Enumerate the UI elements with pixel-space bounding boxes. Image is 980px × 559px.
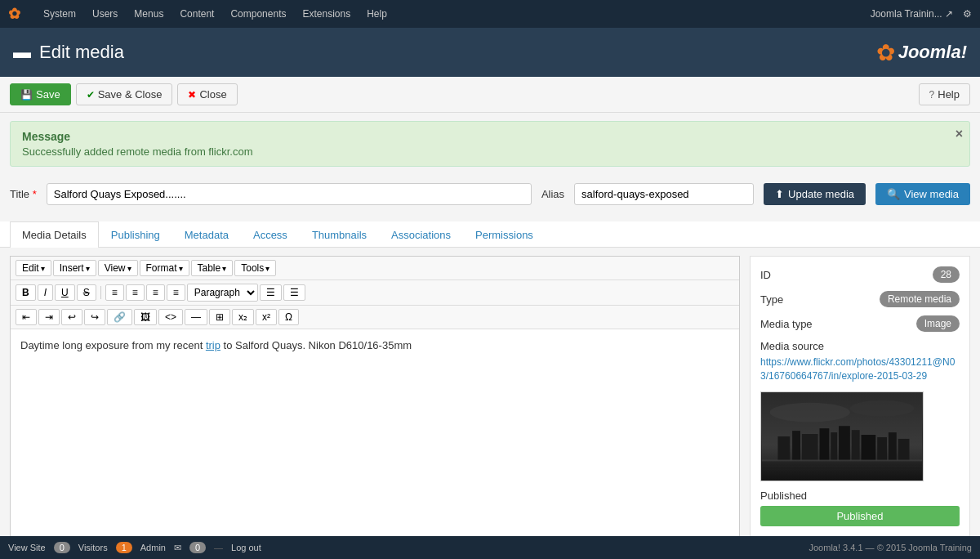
align-justify-button[interactable]: ≡ [167,284,185,301]
align-right-button[interactable]: ≡ [146,284,165,301]
svg-point-1 [770,402,850,422]
editor-menu-table[interactable]: Table ▾ [191,260,234,276]
top-navbar: ✿ System Users Menus Content Components … [0,0,980,28]
logout-link[interactable]: Log out [231,543,261,545]
svg-rect-9 [852,430,860,460]
svg-rect-4 [792,431,800,460]
main-content: Edit ▾ Insert ▾ View ▾ Format ▾ Table ▾ … [0,248,980,545]
subscript-button[interactable]: x₂ [232,309,254,325]
tab-associations[interactable]: Associations [379,221,463,248]
title-row: Title * Alias ⬆ Update media 🔍 View medi… [10,183,970,205]
nav-menus[interactable]: Menus [127,5,170,23]
save-button[interactable]: 💾 Save [10,83,71,105]
svg-rect-7 [831,432,837,460]
alias-label: Alias [541,188,564,200]
tab-permissions[interactable]: Permissions [463,221,546,248]
media-source-link[interactable]: https://www.flickr.com/photos/43301211@N… [760,356,955,382]
help-button[interactable]: ? Help [919,83,970,105]
editor-menu-insert[interactable]: Insert ▾ [53,260,96,276]
media-source-label: Media source [760,340,960,352]
superscript-button[interactable]: x² [256,309,277,325]
help-icon: ? [929,89,935,101]
ordered-list-button[interactable]: ☰ [283,284,305,301]
undo-button[interactable]: ↩ [61,309,82,325]
svg-rect-5 [802,434,818,460]
svg-rect-13 [898,439,910,461]
italic-button[interactable]: I [38,284,53,301]
media-type-label: Media type [760,318,813,330]
mail-badge: 0 [189,542,206,545]
nav-extensions[interactable]: Extensions [296,5,357,23]
svg-rect-6 [820,428,830,460]
search-icon: 🔍 [887,188,900,200]
tabs-bar: Media Details Publishing Metadata Access… [0,221,980,248]
id-row: ID 28 [760,266,960,283]
gear-icon[interactable]: ⚙ [963,8,972,20]
nav-users[interactable]: Users [86,5,124,23]
page-title: Edit media [39,42,124,63]
nav-components[interactable]: Components [224,5,292,23]
link-button[interactable]: 🔗 [107,309,132,325]
tab-publishing[interactable]: Publishing [99,221,172,248]
strikethrough-button[interactable]: S [77,284,96,301]
tab-access[interactable]: Access [241,221,300,248]
editor-tools-row: ⇤ ⇥ ↩ ↪ 🔗 🖼 <> — ⊞ x₂ x² Ω [11,306,739,329]
user-label[interactable]: Joomla Trainin... ↗ [871,8,953,20]
mail-icon: ✉ [174,543,181,545]
paragraph-dropdown[interactable]: Paragraph [187,284,258,302]
tab-metadata[interactable]: Metadata [172,221,241,248]
table-insert-button[interactable]: ⊞ [209,309,230,325]
redo-button[interactable]: ↪ [84,309,105,325]
close-button[interactable]: ✖ Close [177,83,237,105]
editor-link[interactable]: trip [206,339,220,351]
status-divider: — [214,543,223,545]
tab-thumbnails[interactable]: Thumbnails [300,221,379,248]
joomla-logo-icon: ✿ [876,39,895,66]
editor-menu-view[interactable]: View ▾ [98,260,138,276]
code-button[interactable]: <> [158,309,183,325]
type-label: Type [760,293,783,306]
editor-content[interactable]: Daytime long exposure from my recent tri… [11,329,739,509]
media-type-row: Media type Image [760,315,960,332]
update-media-button[interactable]: ⬆ Update media [764,183,866,205]
message-text: Successfully added remote media from fli… [22,145,958,158]
title-input[interactable] [47,183,532,205]
underline-button[interactable]: U [55,284,75,301]
view-site-link[interactable]: View Site [8,543,46,545]
unordered-list-button[interactable]: ☰ [260,284,282,301]
published-label: Published [760,490,960,502]
form-area: Title * Alias ⬆ Update media 🔍 View medi… [0,175,980,221]
editor-menu-tools[interactable]: Tools ▾ [234,260,276,276]
tab-media-details[interactable]: Media Details [10,221,99,248]
outdent-button[interactable]: ⇤ [16,309,37,325]
svg-rect-18 [762,459,922,461]
image-button[interactable]: 🖼 [134,309,157,325]
align-left-button[interactable]: ≡ [105,284,124,301]
svg-rect-8 [839,426,850,460]
x-circle-icon: ✖ [188,89,196,101]
save-close-button[interactable]: ✔ Save & Close [76,83,173,105]
nav-system[interactable]: System [37,5,82,23]
bold-button[interactable]: B [16,284,36,301]
svg-rect-3 [777,436,790,460]
indent-button[interactable]: ⇥ [38,309,60,325]
hr-button[interactable]: — [185,309,207,325]
nav-content[interactable]: Content [173,5,220,23]
nav-help[interactable]: Help [360,5,394,23]
view-media-button[interactable]: 🔍 View media [875,183,970,205]
joomla-logo-text: Joomla! [898,42,967,63]
special-chars-button[interactable]: Ω [278,309,299,325]
alias-input[interactable] [574,183,754,205]
editor-menu-edit[interactable]: Edit ▾ [16,260,51,276]
message-close-button[interactable]: × [956,127,963,141]
editor-area: Edit ▾ Insert ▾ View ▾ Format ▾ Table ▾ … [10,256,740,537]
toolbar: 💾 Save ✔ Save & Close ✖ Close ? Help [0,77,980,113]
edit-media-icon: ▬ [13,42,31,63]
media-image-svg [761,392,923,481]
editor-menu-format[interactable]: Format ▾ [140,260,189,276]
joomla-logo: ✿ Joomla! [876,39,967,66]
align-center-button[interactable]: ≡ [126,284,145,301]
message-title: Message [22,130,958,143]
save-icon: 💾 [20,89,33,101]
joomla-star-icon: ✿ [8,5,20,23]
